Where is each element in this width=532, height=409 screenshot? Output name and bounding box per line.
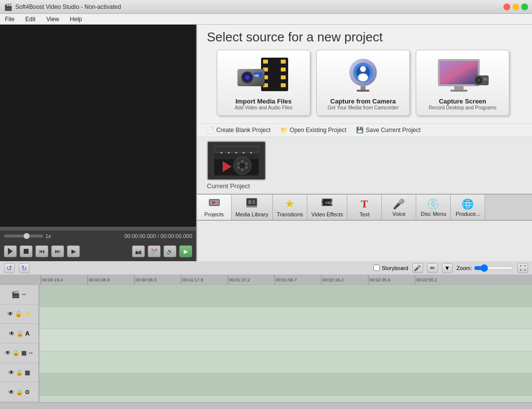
track-row-1[interactable]: [39, 307, 532, 329]
audio-button[interactable]: 🔊: [164, 245, 176, 257]
track-row-0[interactable]: [39, 285, 532, 307]
transport-controls: ⏮ ⏭ ▶ 📷 ✂️ 🔊 ▶: [0, 241, 196, 261]
track-eye-3[interactable]: 👁: [5, 349, 11, 356]
minimize-button[interactable]: [512, 3, 519, 10]
track-row-4[interactable]: [39, 374, 532, 396]
menu-view[interactable]: View: [44, 15, 61, 24]
snap-button[interactable]: 📷: [132, 245, 145, 257]
track-icon-clapper: 🎬: [11, 290, 20, 298]
import-media-subtitle: Add Video and Audio Files: [234, 105, 292, 110]
rewind-start-button[interactable]: ⏮: [35, 245, 48, 257]
svg-rect-54: [246, 206, 257, 207]
stop-button[interactable]: [20, 245, 33, 257]
menu-edit[interactable]: Edit: [23, 15, 37, 24]
microphone-button[interactable]: 🎤: [412, 263, 423, 273]
left-panel: 1x 00:00:00.000 / 00:00:00.000 ⏮ ⏭ ▶: [0, 25, 197, 261]
svg-rect-21: [357, 90, 369, 92]
fast-forward-end-button[interactable]: ⏭: [51, 245, 64, 257]
current-project-thumb[interactable]: [207, 141, 266, 180]
track-text-2[interactable]: A: [25, 330, 30, 337]
track-lock-1[interactable]: 🔒: [15, 310, 22, 317]
track-eye-5[interactable]: 👁: [8, 389, 14, 396]
maximize-button[interactable]: [521, 3, 528, 10]
speed-slider[interactable]: [4, 235, 43, 238]
timeline-area: ↺ ↻ Storyboard 🎤 ✏ ▼ Zoom: ⛶ 00:00:19.4 …: [0, 261, 532, 409]
next-frame-button[interactable]: ▶: [67, 245, 80, 257]
audio-icon: 🔊: [166, 248, 173, 255]
track-eye-4[interactable]: 👁: [8, 369, 14, 376]
tab-text[interactable]: T Text: [347, 195, 382, 220]
menu-help[interactable]: Help: [68, 15, 84, 24]
timeline-toolbar: ↺ ↻ Storyboard 🎤 ✏ ▼ Zoom: ⛶: [0, 261, 532, 275]
capture-screen-card[interactable]: Capture Screen Record Desktop and Progra…: [416, 50, 509, 116]
progress-bar[interactable]: [0, 227, 196, 231]
track-lock-3[interactable]: 🔒: [12, 349, 20, 356]
track-resize-3[interactable]: ↔: [28, 349, 34, 356]
track-icon-resize[interactable]: ↔: [21, 291, 27, 298]
capture-screen-icon: [433, 55, 492, 95]
track-audio-5[interactable]: ⚙: [25, 389, 30, 396]
quick-actions: 📄 Create Blank Project 📁 Open Existing P…: [197, 123, 532, 137]
media-library-icon: [246, 197, 258, 210]
import-media-card[interactable]: HD Import Media Files Add Video and Audi…: [217, 50, 310, 116]
current-project-item[interactable]: Current Project: [207, 141, 266, 190]
create-blank-label: Create Blank Project: [216, 127, 270, 134]
close-button[interactable]: [503, 3, 510, 10]
track-filter-1[interactable]: ⚡: [24, 310, 31, 317]
track-eye-2[interactable]: 👁: [9, 330, 15, 337]
rewind-start-icon: ⏮: [39, 248, 45, 255]
svg-rect-20: [361, 86, 366, 90]
tab-projects[interactable]: Projects: [197, 195, 232, 220]
play-icon: [8, 248, 13, 255]
track-lock-4[interactable]: 🔒: [16, 369, 23, 376]
track-label-4: 👁 🔒 ▦: [0, 363, 38, 383]
page-title: Select source for a new project: [207, 30, 522, 45]
capture-camera-card[interactable]: Capture from Camera Get Your Media from …: [316, 50, 410, 116]
track-eye-1[interactable]: 👁: [7, 310, 13, 317]
fit-button[interactable]: ⛶: [517, 263, 528, 273]
current-project-section: Current Project: [197, 137, 532, 194]
clip-button[interactable]: ✂️: [148, 245, 161, 257]
undo-button[interactable]: ↺: [4, 263, 15, 273]
tab-video-effects[interactable]: VIDEO Video Effects: [307, 195, 347, 220]
svg-rect-53: [252, 200, 255, 204]
tab-media-library[interactable]: Media Library: [232, 195, 273, 220]
play-button[interactable]: [4, 245, 17, 257]
svg-text:HD: HD: [254, 74, 259, 77]
track-row-2[interactable]: [39, 329, 532, 351]
tab-produce[interactable]: 🌐 Produce...: [451, 195, 485, 220]
pencil-dropdown[interactable]: ▼: [442, 263, 453, 273]
track-vid-4[interactable]: ▦: [25, 369, 30, 376]
open-existing-project-button[interactable]: 📁 Open Existing Project: [280, 127, 346, 134]
track-vid-3[interactable]: ▦: [21, 349, 27, 356]
redo-button[interactable]: ↻: [19, 263, 30, 273]
time-display: 00:00:00.000 / 00:00:00.000: [124, 233, 192, 239]
track-lock-2[interactable]: 🔒: [16, 330, 24, 337]
tab-voice[interactable]: 🎤 Voice: [382, 195, 416, 220]
tab-projects-label: Projects: [204, 211, 224, 217]
save-current-project-button[interactable]: 💾 Save Current Project: [356, 127, 420, 134]
timeline-scrollbar[interactable]: [0, 402, 532, 409]
ruler-mark-1: 00:00:38.9: [87, 275, 134, 284]
create-blank-project-button[interactable]: 📄 Create Blank Project: [207, 127, 270, 134]
menu-file[interactable]: File: [3, 15, 16, 24]
zoom-slider[interactable]: [474, 264, 513, 272]
track-row-5[interactable]: [39, 396, 532, 402]
pencil-button[interactable]: ✏: [427, 263, 438, 273]
tab-disc-menu[interactable]: 💿 Disc Menu: [416, 195, 451, 220]
track-row-3[interactable]: [39, 351, 532, 374]
svg-point-41: [241, 168, 244, 171]
green-button[interactable]: ▶: [179, 245, 192, 257]
timeline-tracks: 🎬 ↔ 👁 🔒 ⚡ 👁 🔒 A 👁 🔒 ▦ ↔ 👁 🔒: [0, 285, 532, 402]
track-lock-5[interactable]: 🔒: [16, 389, 23, 396]
tab-media-library-label: Media Library: [235, 211, 268, 217]
tab-disc-menu-label: Disc Menu: [421, 211, 446, 217]
storyboard-control[interactable]: Storyboard: [373, 265, 408, 271]
svg-rect-23: [440, 61, 478, 84]
menu-bar: File Edit View Help: [0, 14, 532, 25]
svg-point-12: [245, 75, 250, 80]
speed-control[interactable]: 1x: [4, 233, 51, 239]
tab-transitions[interactable]: ★ Transitions: [273, 195, 307, 220]
storyboard-checkbox[interactable]: [373, 265, 380, 271]
speed-bar: 1x 00:00:00.000 / 00:00:00.000: [0, 231, 196, 241]
